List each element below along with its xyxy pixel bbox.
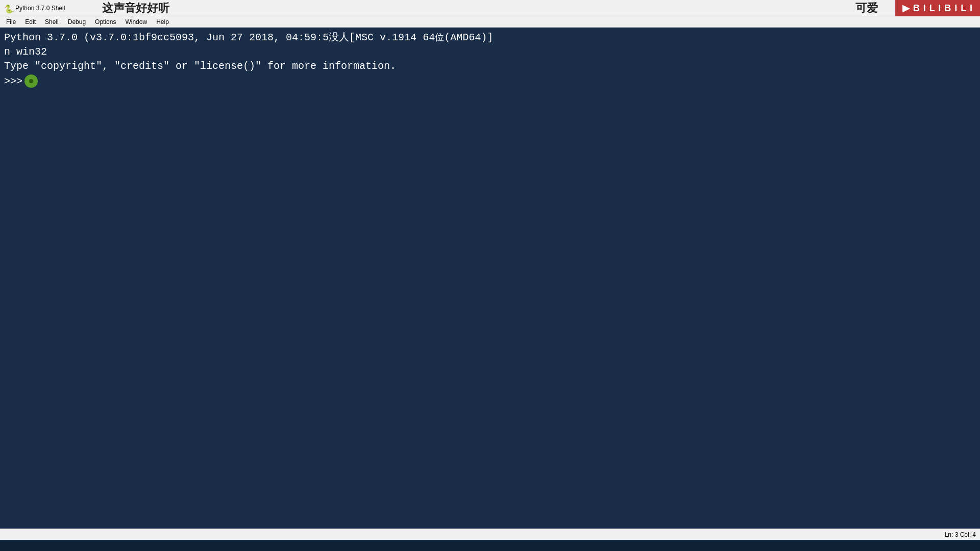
- chinese-text-right: 可爱: [855, 1, 878, 16]
- menu-bar: File Edit Shell Debug Options Window Hel…: [0, 16, 980, 28]
- title-bar-left: 🐍 Python 3.7.0 Shell: [4, 4, 65, 12]
- python-version-line1: Python 3.7.0 (v3.7.0:1bf9cc5093, Jun 27 …: [4, 31, 976, 45]
- video-overlay[interactable]: ▶ B I L I B I L I: [895, 0, 980, 16]
- title-bar: 🐍 Python 3.7.0 Shell 这声音好好听 可爱 ─ □ ✕: [0, 0, 980, 16]
- prompt-line[interactable]: >>>: [4, 74, 976, 88]
- menu-debug[interactable]: Debug: [64, 17, 90, 27]
- status-bar: Ln: 3 Col: 4: [0, 529, 980, 540]
- menu-file[interactable]: File: [2, 17, 20, 27]
- titlebar-overlay-left: 这声音好好听: [102, 0, 169, 16]
- bilibili-logo: ▶ B I L I B I L I: [902, 3, 973, 14]
- shell-content[interactable]: Python 3.7.0 (v3.7.0:1bf9cc5093, Jun 27 …: [0, 28, 980, 540]
- chinese-text-left: 这声音好好听: [102, 1, 169, 16]
- menu-help[interactable]: Help: [152, 17, 173, 27]
- cursor-dot-inner: [29, 79, 33, 83]
- app-icon: 🐍: [4, 4, 12, 12]
- type-info-line: Type "copyright", "credits" or "license(…: [4, 59, 976, 73]
- python-version-line2: n win32: [4, 45, 976, 59]
- cursor-indicator: [24, 74, 38, 88]
- status-text: Ln: 3 Col: 4: [945, 531, 976, 538]
- menu-window[interactable]: Window: [121, 17, 151, 27]
- menu-edit[interactable]: Edit: [21, 17, 40, 27]
- menu-options[interactable]: Options: [91, 17, 120, 27]
- titlebar-overlay-right: 可爱: [855, 0, 878, 16]
- menu-shell[interactable]: Shell: [41, 17, 63, 27]
- window-title: Python 3.7.0 Shell: [15, 5, 65, 12]
- prompt-symbol: >>>: [4, 76, 22, 87]
